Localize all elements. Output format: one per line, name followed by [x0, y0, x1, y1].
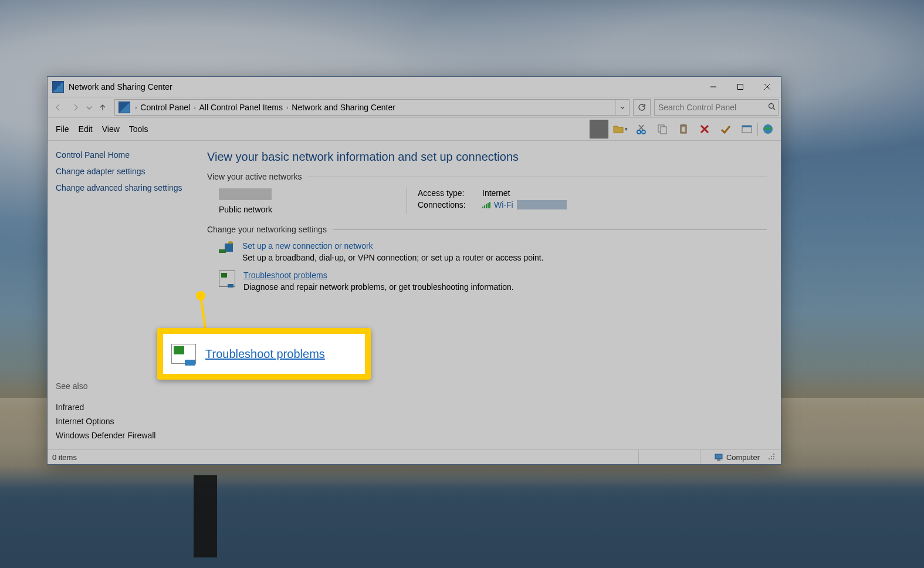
- setup-connection-icon: [219, 241, 234, 256]
- setup-connection-desc: Set up a broadband, dial-up, or VPN conn…: [242, 253, 544, 262]
- troubleshoot-link[interactable]: Troubleshoot problems: [243, 271, 327, 280]
- menu-edit[interactable]: Edit: [74, 122, 97, 136]
- breadcrumb-control-panel[interactable]: Control Panel: [138, 103, 192, 112]
- signal-icon: [482, 201, 490, 208]
- connections-label: Connections:: [418, 200, 471, 209]
- content-area: View your basic network information and …: [199, 141, 781, 449]
- sidebar: Control Panel Home Change adapter settin…: [48, 141, 199, 449]
- chevron-icon[interactable]: ›: [134, 104, 138, 111]
- up-button[interactable]: [94, 100, 111, 115]
- svg-point-2: [637, 130, 641, 134]
- statusbar: 0 items Computer: [48, 449, 781, 464]
- titlebar[interactable]: Network and Sharing Center: [48, 77, 781, 97]
- see-also-internet-options[interactable]: Internet Options: [56, 417, 114, 426]
- folder-button[interactable]: ▾: [611, 120, 629, 138]
- window-title: Network and Sharing Center: [69, 82, 172, 92]
- see-also-defender-firewall[interactable]: Windows Defender Firewall: [56, 431, 155, 440]
- address-dropdown-button[interactable]: [615, 100, 629, 115]
- troubleshoot-icon: [219, 271, 235, 287]
- recent-locations-button[interactable]: [85, 100, 93, 115]
- callout: Troubleshoot problems: [157, 328, 371, 380]
- connection-link[interactable]: Wi-Fi: [494, 200, 513, 209]
- access-type-value: Internet: [482, 188, 510, 198]
- active-networks-label: View your active networks: [207, 172, 302, 181]
- minimize-button[interactable]: [700, 78, 727, 96]
- status-cell-location: Computer: [700, 450, 766, 464]
- access-type-label: Access type:: [418, 188, 471, 198]
- computer-icon: [715, 453, 723, 461]
- search-icon[interactable]: [765, 103, 778, 112]
- sidebar-item-adapter-settings[interactable]: Change adapter settings: [56, 167, 191, 176]
- back-button[interactable]: [50, 100, 66, 115]
- resize-grip[interactable]: [768, 453, 776, 461]
- page-heading: View your basic network information and …: [207, 150, 767, 164]
- svg-rect-12: [715, 454, 722, 459]
- svg-rect-8: [682, 124, 685, 126]
- ok-button[interactable]: [716, 120, 735, 138]
- search-box[interactable]: [654, 99, 779, 116]
- svg-rect-10: [742, 126, 752, 127]
- toolbar: ▾: [590, 120, 777, 138]
- address-icon: [119, 102, 130, 113]
- globe-button[interactable]: [759, 120, 777, 138]
- maximize-button[interactable]: [727, 78, 754, 96]
- new-window-button[interactable]: [737, 120, 756, 138]
- sidebar-item-advanced-sharing[interactable]: Change advanced sharing settings: [56, 183, 191, 192]
- menu-tools[interactable]: Tools: [124, 122, 153, 136]
- app-icon: [52, 81, 64, 93]
- breadcrumb-network-sharing[interactable]: Network and Sharing Center: [289, 103, 398, 112]
- svg-rect-5: [661, 127, 666, 134]
- menu-view[interactable]: View: [97, 122, 124, 136]
- status-cell-blank: [638, 450, 700, 464]
- network-type: Public network: [219, 205, 383, 214]
- see-also-infrared[interactable]: Infrared: [56, 403, 84, 412]
- chevron-icon[interactable]: ›: [192, 104, 197, 111]
- svg-rect-13: [717, 459, 720, 461]
- menu-file[interactable]: File: [51, 122, 74, 136]
- search-input[interactable]: [655, 103, 765, 112]
- troubleshoot-icon: [171, 344, 196, 364]
- chevron-icon[interactable]: ›: [285, 104, 289, 111]
- svg-rect-7: [682, 127, 685, 132]
- menubar: File Edit View Tools ▾: [48, 118, 781, 141]
- troubleshoot-desc: Diagnose and repair network problems, or…: [243, 282, 514, 292]
- refresh-button[interactable]: [633, 99, 651, 116]
- close-button[interactable]: [754, 78, 781, 96]
- sidebar-item-home[interactable]: Control Panel Home: [56, 150, 191, 160]
- status-item-count: 0 items: [52, 453, 77, 462]
- network-name-redacted: [219, 188, 272, 200]
- svg-point-1: [769, 104, 773, 109]
- callout-troubleshoot-link[interactable]: Troubleshoot problems: [205, 347, 325, 361]
- paste-button[interactable]: [674, 120, 693, 138]
- window: Network and Sharing Center: [47, 76, 781, 465]
- delete-button[interactable]: [695, 120, 714, 138]
- svg-rect-0: [738, 84, 743, 90]
- address-bar[interactable]: › Control Panel › All Control Panel Item…: [114, 99, 629, 116]
- navigation-bar: › Control Panel › All Control Panel Item…: [48, 97, 781, 118]
- cut-button[interactable]: [632, 120, 651, 138]
- copy-button[interactable]: [653, 120, 672, 138]
- change-settings-label: Change your networking settings: [207, 225, 327, 234]
- setup-connection-link[interactable]: Set up a new connection or network: [242, 241, 373, 251]
- breadcrumb-all-items[interactable]: All Control Panel Items: [197, 103, 285, 112]
- connection-name-redacted: [517, 200, 567, 209]
- forward-button[interactable]: [67, 100, 84, 115]
- properties-button[interactable]: [590, 120, 608, 138]
- svg-point-3: [642, 130, 645, 134]
